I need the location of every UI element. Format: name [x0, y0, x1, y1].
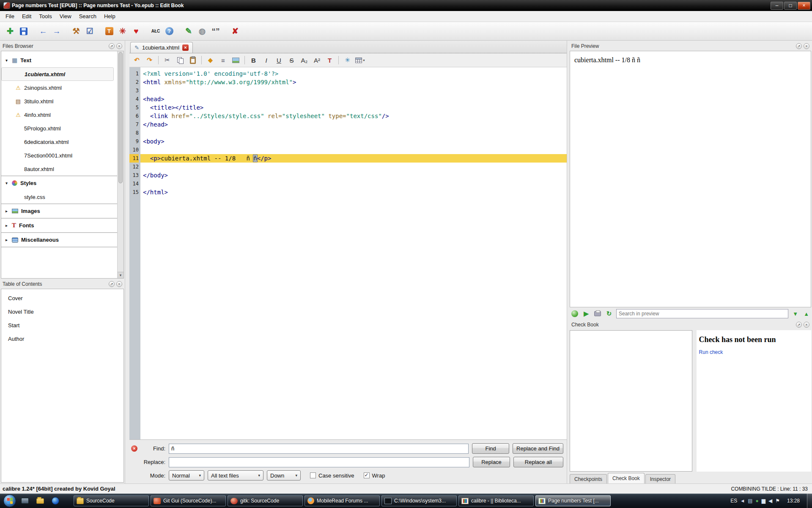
expand-icon[interactable]: ▸ — [4, 237, 9, 242]
code-line-14[interactable] — [143, 179, 567, 188]
search-next-icon[interactable]: ▼ — [791, 311, 799, 317]
explorer-icon[interactable] — [35, 495, 46, 506]
format-paragraph-icon[interactable]: ≡ — [217, 55, 229, 66]
taskbar-button-page-numbers-test[interactable]: Page numbers Test [... — [535, 495, 611, 506]
clock[interactable]: 13:28 — [784, 498, 803, 504]
subscript-icon[interactable]: A₂ — [299, 55, 310, 66]
redo-icon[interactable]: ↷ — [144, 55, 155, 66]
toc-close-icon[interactable]: × — [116, 281, 122, 287]
files-section-fonts[interactable]: ▸TFonts — [1, 218, 117, 232]
tab-1cubierta-xhtml[interactable]: ✎ 1cubierta.xhtml × — [130, 42, 193, 53]
special-char-icon[interactable]: ✳ — [342, 55, 353, 66]
check-undock-icon[interactable]: ↗ — [796, 322, 802, 328]
tray-expand-icon[interactable]: ◀ — [741, 499, 744, 503]
tab-close-icon[interactable]: × — [182, 44, 189, 51]
media-player-icon[interactable] — [50, 495, 61, 506]
files-section-miscellaneous[interactable]: ▸Miscellaneous — [1, 232, 117, 247]
taskbar-button-calibre-biblioteca[interactable]: calibre - || Biblioteca... — [458, 495, 534, 506]
code-line-15[interactable]: </html> — [143, 188, 567, 196]
file-item-7section0001-xhtml[interactable]: 7Section0001.xhtml — [1, 149, 117, 162]
code-line-2[interactable]: <html xmlns="http://www.w3.org/1999/xhtm… — [143, 78, 567, 86]
menu-file[interactable]: File — [2, 11, 18, 21]
manage-fonts-icon[interactable]: AŁC — [149, 25, 162, 38]
search-prev-icon[interactable]: ▲ — [802, 311, 810, 317]
toc-item-author[interactable]: Author — [1, 332, 123, 346]
replace-all-button[interactable]: Replace all — [513, 457, 563, 467]
tray-flag-icon[interactable]: ⚑ — [775, 498, 780, 503]
donate-icon[interactable]: ♥ — [129, 25, 143, 38]
find-input[interactable] — [169, 444, 469, 454]
case-sensitive-checkbox[interactable]: Case sensitive — [310, 472, 354, 479]
maximize-button[interactable]: □ — [784, 2, 797, 10]
language-indicator[interactable]: ES — [730, 498, 737, 504]
smarten-punctuation-icon[interactable]: “” — [209, 25, 222, 38]
taskbar-button-mobileread-forums[interactable]: MobileRead Forums ... — [304, 495, 380, 506]
code-line-3[interactable] — [143, 86, 567, 95]
start-button[interactable] — [3, 494, 16, 507]
files-undock-icon[interactable]: ↗ — [109, 43, 115, 49]
bug-icon[interactable]: ✳ — [116, 25, 129, 38]
file-item-3titulo-xhtml[interactable]: ▤3titulo.xhtml — [1, 94, 117, 108]
collapse-icon[interactable]: ▾ — [4, 181, 9, 185]
back-icon[interactable]: ← — [36, 25, 50, 38]
show-desktop-icon[interactable] — [19, 495, 30, 506]
scroll-down-icon[interactable]: ▾ — [118, 272, 123, 278]
cut-icon[interactable]: ✂ — [162, 55, 173, 66]
close-search-icon[interactable]: × — [131, 445, 137, 452]
taskbar-button-git-gui-sourcecode[interactable]: Git Gui (SourceCode)... — [151, 495, 226, 506]
code-line-4[interactable]: <head> — [143, 95, 567, 103]
paste-icon[interactable] — [187, 55, 198, 66]
code-line-8[interactable] — [143, 129, 567, 137]
underline-icon[interactable]: U — [273, 55, 285, 66]
tray-sync-icon[interactable]: ● — [755, 498, 758, 503]
file-item-4info-xhtml[interactable]: ⚠4info.xhtml — [1, 108, 117, 121]
preview-close-icon[interactable]: × — [804, 43, 809, 49]
expand-icon[interactable]: ▸ — [4, 223, 9, 228]
code-line-9[interactable]: <body> — [143, 137, 567, 146]
beautify-icon[interactable]: ⚒ — [69, 25, 83, 38]
code-line-7[interactable]: </head> — [143, 120, 567, 129]
file-item-2sinopsis-xhtml[interactable]: ⚠2sinopsis.xhtml — [1, 81, 117, 94]
toc-item-start[interactable]: Start — [1, 319, 123, 332]
file-item-style-css[interactable]: style.css — [1, 190, 117, 204]
insert-file-icon[interactable]: ◆ — [205, 55, 216, 66]
tray-display-icon[interactable]: ▤ — [748, 498, 752, 503]
check-close-icon[interactable]: × — [804, 322, 809, 328]
scrollbar-thumb[interactable] — [118, 52, 123, 183]
replace-and-find-button[interactable]: Replace and Find — [513, 443, 563, 454]
code-line-1[interactable]: <?xml version='1.0' encoding='utf-8'?> — [143, 69, 567, 78]
replace-input[interactable] — [169, 457, 469, 467]
close-button[interactable]: × — [798, 2, 810, 10]
file-item-1cubierta-xhtml[interactable]: 1cubierta.xhtml — [1, 67, 114, 81]
copy-icon[interactable] — [174, 55, 186, 66]
minimize-button[interactable]: – — [771, 2, 783, 10]
refresh-preview-icon[interactable]: ↻ — [605, 309, 613, 318]
italic-icon[interactable]: I — [261, 55, 272, 66]
toc-item-cover[interactable]: Cover — [1, 292, 123, 305]
preview-search-input[interactable] — [616, 309, 788, 318]
taskbar-button-c-windows-system3[interactable]: C:\Windows\system3... — [381, 495, 457, 506]
files-scrollbar[interactable]: ▾ — [117, 51, 123, 278]
menu-view[interactable]: View — [56, 11, 75, 21]
dock-tab-checkpoints[interactable]: Checkpoints — [570, 474, 607, 483]
files-section-styles[interactable]: ▾Styles — [1, 176, 117, 190]
taskbar-button-gitk-sourcecode[interactable]: gitk: SourceCode — [228, 495, 303, 506]
dock-tab-check-book[interactable]: Check Book — [608, 473, 645, 483]
remove-icon[interactable]: ✘ — [228, 25, 242, 38]
code-line-13[interactable]: </body> — [143, 171, 567, 179]
code-line-11[interactable]: <p>cubierta.xhtml -- 1/8 ñ ñ</p> — [140, 154, 567, 163]
code-line-5[interactable]: <title></title> — [143, 103, 567, 112]
insert-image-icon[interactable] — [230, 55, 241, 66]
taskbar-button-sourcecode[interactable]: SourceCode — [74, 495, 149, 506]
expand-icon[interactable]: ▸ — [4, 209, 9, 213]
code-line-12[interactable] — [143, 163, 567, 171]
find-button[interactable]: Find — [472, 443, 509, 454]
tray-volume-icon[interactable]: ◀ — [768, 498, 772, 503]
preview-undock-icon[interactable]: ↗ — [796, 43, 802, 49]
world-icon[interactable]: ◍ — [195, 25, 209, 38]
code-line-10[interactable] — [143, 146, 567, 154]
show-desktop-button[interactable] — [807, 494, 812, 508]
help-icon[interactable]: ? — [162, 25, 176, 38]
mode-select[interactable]: Normal ▾ — [169, 470, 204, 480]
files-section-images[interactable]: ▸Images — [1, 204, 117, 218]
